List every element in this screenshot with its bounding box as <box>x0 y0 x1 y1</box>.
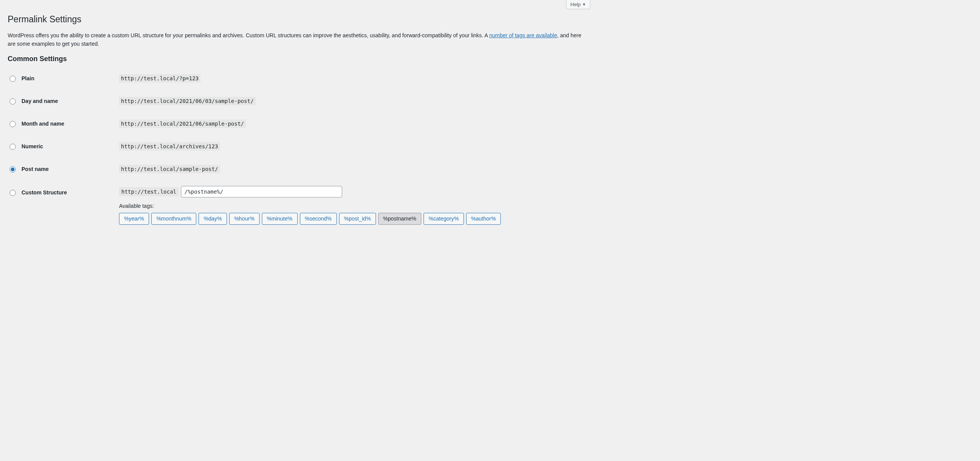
option-custom-label: Custom Structure <box>22 189 67 196</box>
tag-button[interactable]: %post_id% <box>339 213 376 225</box>
page-title: Permalink Settings <box>8 11 590 26</box>
option-post-example: http://test.local/sample-post/ <box>119 165 220 173</box>
tag-button[interactable]: %day% <box>199 213 227 225</box>
chevron-down-icon: ▼ <box>582 2 586 7</box>
tag-button[interactable]: %second% <box>300 213 337 225</box>
option-numeric-label: Numeric <box>22 143 43 149</box>
intro-text-pre: WordPress offers you the ability to crea… <box>8 32 489 38</box>
radio-post[interactable] <box>10 166 16 172</box>
option-day[interactable]: Day and name <box>8 97 111 104</box>
option-post-label: Post name <box>22 166 49 172</box>
tag-button[interactable]: %author% <box>466 213 501 225</box>
permalink-options-table: Plain http://test.local/?p=123 Day and n… <box>8 67 590 230</box>
option-numeric-example: http://test.local/archives/123 <box>119 142 220 151</box>
radio-month[interactable] <box>10 121 16 127</box>
tag-button[interactable]: %minute% <box>262 213 298 225</box>
option-month-example: http://test.local/2021/06/sample-post/ <box>119 119 246 128</box>
help-tab[interactable]: Help ▼ <box>566 0 590 9</box>
option-month[interactable]: Month and name <box>8 120 111 127</box>
available-tags: %year%%monthnum%%day%%hour%%minute%%seco… <box>119 213 586 225</box>
option-numeric[interactable]: Numeric <box>8 143 111 150</box>
option-plain[interactable]: Plain <box>8 75 111 82</box>
radio-day[interactable] <box>10 98 16 104</box>
radio-numeric[interactable] <box>10 144 16 150</box>
custom-prefix: http://test.local <box>119 187 179 196</box>
option-plain-label: Plain <box>22 75 34 81</box>
option-month-label: Month and name <box>22 121 64 127</box>
common-settings-heading: Common Settings <box>8 55 590 63</box>
tag-button[interactable]: %hour% <box>229 213 260 225</box>
custom-structure-input[interactable] <box>181 186 342 197</box>
tag-button[interactable]: %postname% <box>378 213 421 225</box>
radio-custom[interactable] <box>10 190 16 196</box>
help-tab-label: Help <box>570 2 581 7</box>
option-post[interactable]: Post name <box>8 165 111 172</box>
option-day-example: http://test.local/2021/06/03/sample-post… <box>119 97 256 105</box>
tag-button[interactable]: %category% <box>424 213 464 225</box>
option-plain-example: http://test.local/?p=123 <box>119 74 200 83</box>
option-custom[interactable]: Custom Structure <box>8 189 111 196</box>
option-day-label: Day and name <box>22 98 58 104</box>
intro-paragraph: WordPress offers you the ability to crea… <box>8 32 590 48</box>
tag-button[interactable]: %year% <box>119 213 149 225</box>
radio-plain[interactable] <box>10 76 16 82</box>
tag-button[interactable]: %monthnum% <box>151 213 196 225</box>
available-tags-label: Available tags: <box>119 203 586 209</box>
intro-link[interactable]: number of tags are available <box>489 32 557 38</box>
